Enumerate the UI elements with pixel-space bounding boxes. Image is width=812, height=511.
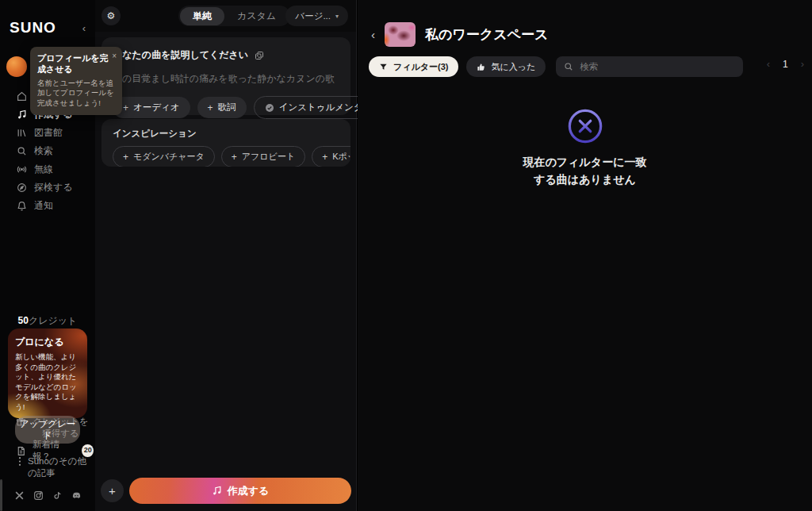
x-circle-icon [567,108,603,144]
page-next-icon[interactable]: › [801,58,804,70]
sidebar-item-label: 通知 [34,199,53,213]
credits: 50クレジット [0,314,95,328]
describe-song-card: あなたの曲を説明してください 朝の目覚まし時計の痛みを歌った静かなカヌンの歌 +… [102,37,350,115]
sidebar-item-label: 図書館 [34,126,63,140]
compass-icon [17,182,27,193]
sidebar-item-radio[interactable]: 無線 [0,160,95,179]
workspace-title: 私のワークスペース [425,25,548,44]
create-button-label: 作成する [228,484,270,498]
plus-icon: + [123,152,128,163]
check-circle-icon [265,103,274,113]
song-description-input[interactable]: 朝の目覚まし時計の痛みを歌った静かなカヌンの歌 [113,72,339,86]
social-links [0,490,95,501]
sidebar-item-search[interactable]: 検索 [0,142,95,160]
sidebar-item-label: 無線 [34,163,53,176]
dice-icon[interactable] [255,51,264,60]
mode-tabs: 単純 カスタム [178,6,290,26]
search-input[interactable] [580,62,735,71]
music-note-icon [212,486,222,496]
plus-icon: + [322,152,327,163]
tab-simple[interactable]: 単純 [180,7,224,25]
suno-logo: SUNO [10,19,56,36]
composer-panel: ⚙ 単純 カスタム バージ... ▾ あなたの曲を説明してください 朝の目覚まし… [95,0,357,511]
composer-topbar: ⚙ 単純 カスタム バージ... ▾ [95,0,356,32]
pagination: ‹ 1 › [767,58,804,70]
sidebar-item-library[interactable]: 図書館 [0,124,95,142]
credits-value: 50 [18,315,29,326]
sidebar-scrollbar[interactable] [0,479,2,511]
inspiration-tags: + モダンバチャータ + アフロビート + Kポップ + 30 b [113,146,350,167]
credits-label: クレジット [29,315,77,326]
workspace-thumbnail[interactable] [385,22,416,47]
tag-label: アフロビート [242,151,295,163]
liked-label: 気に入った [491,61,535,73]
search-icon [17,146,27,156]
add-audio-button[interactable]: + オーディオ [113,97,190,118]
plus-icon: + [208,102,213,113]
close-icon[interactable]: × [112,52,117,60]
empty-message-line1: 現在のフィルターに一致 [523,154,647,171]
pro-upsell-card: プロになる 新しい機能、より多くの曲のクレジット、より優れたモデルなどのロックを… [8,328,87,418]
more-from-suno-label: Sunoのその他の記事 [28,455,88,479]
tab-custom[interactable]: カスタム [224,7,289,25]
describe-title: あなたの曲を説明してください [113,48,248,62]
pro-card-title: プロになる [15,336,80,349]
workspace-panel: ‹ 私のワークスペース フィルター(3) 気に入った ‹ 1 › [358,0,812,511]
search-box[interactable] [556,56,743,77]
chevron-down-icon: ▾ [335,13,339,20]
empty-message-line2: する曲はありません [523,171,647,189]
tooltip-body: 名前とユーザー名を追加してプロフィールを完成させましょう! [37,79,115,109]
add-lyrics-label: 歌詞 [218,102,236,113]
add-audio-label: オーディオ [133,102,180,113]
sidebar-item-notifications[interactable]: 通知 [0,197,95,215]
liked-filter-button[interactable]: 気に入った [466,56,546,77]
add-lyrics-button[interactable]: + 歌詞 [197,97,247,118]
sidebar-item-label: 探検する [34,181,73,194]
music-note-icon [17,110,27,120]
tag-modern-bachata[interactable]: + モダンバチャータ [113,146,215,167]
thumbs-up-icon [477,63,485,71]
back-chevron-icon[interactable]: ‹ [371,28,375,41]
more-from-suno-link[interactable]: Sunoのその他の記事 [18,455,91,479]
vertical-dots-icon [18,456,21,467]
radio-waves-icon [17,164,27,175]
library-icon [17,128,27,138]
home-icon [17,91,27,102]
sidebar-item-explore[interactable]: 探検する [0,179,95,197]
tag-label: Kポップ [332,151,350,163]
pro-card-body: 新しい機能、より多くの曲のクレジット、より優れたモデルなどのロックを解除しましょ… [15,352,80,412]
add-button[interactable]: + [101,479,124,502]
page-number: 1 [783,59,788,70]
page-prev-icon[interactable]: ‹ [767,58,770,70]
discord-icon[interactable] [71,490,82,501]
filter-button[interactable]: フィルター(3) [369,56,458,77]
avatar[interactable] [6,56,27,77]
sidebar-collapse-icon[interactable]: ‹ [82,22,86,34]
sidebar-item-label: 検索 [34,144,53,158]
filter-label: フィルター(3) [393,61,448,73]
inspiration-card: インスピレーション + モダンバチャータ + アフロビート + Kポップ + 3… [102,119,350,167]
inspiration-title: インスピレーション [113,128,350,140]
create-button[interactable]: 作成する [129,478,351,504]
plus-icon: + [232,152,237,163]
search-icon [564,62,573,71]
version-dropdown[interactable]: バージ... ▾ [285,6,348,26]
document-icon [16,446,26,456]
empty-state: 現在のフィルターに一致 する曲はありません [358,108,812,188]
tiktok-icon[interactable] [52,490,63,501]
upgrade-button[interactable]: アップグレード [15,416,80,444]
tag-afrobeat[interactable]: + アフロビート [221,146,305,167]
empty-message: 現在のフィルターに一致 する曲はありません [523,154,647,188]
plus-icon: + [123,102,128,113]
x-twitter-icon[interactable] [14,490,25,501]
tooltip-title: プロフィールを完成させる [37,52,113,75]
version-label: バージ... [295,10,331,22]
profile-tooltip: × プロフィールを完成させる 名前とユーザー名を追加してプロフィールを完成させま… [30,47,122,115]
settings-gear-icon[interactable]: ⚙ [102,6,121,25]
instagram-icon[interactable] [33,490,44,501]
tag-label: モダンバチャータ [133,151,205,163]
bell-icon [17,201,27,211]
tag-kpop[interactable]: + Kポップ [312,146,350,167]
funnel-icon [379,63,388,71]
